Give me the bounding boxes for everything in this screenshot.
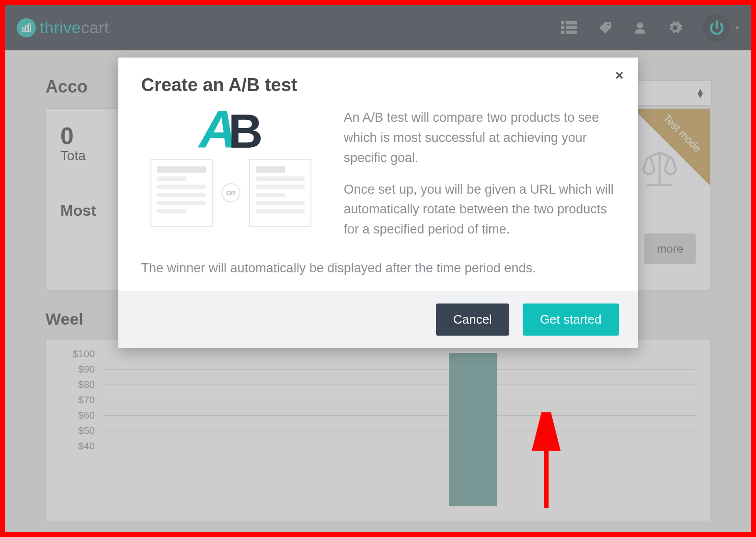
modal-overlay: × Create an A/B test A B OR — [5, 5, 751, 532]
modal-title: Create an A/B test — [141, 75, 615, 95]
modal-row: A B OR — [141, 108, 615, 251]
ab-graphic: A B OR — [141, 108, 321, 251]
doc-right-icon — [249, 159, 311, 227]
close-icon[interactable]: × — [615, 67, 624, 83]
two-docs-graphic: OR — [150, 159, 311, 227]
modal-footer: Cancel Get started — [118, 291, 638, 348]
ab-test-modal: × Create an A/B test A B OR — [118, 58, 638, 348]
modal-body: × Create an A/B test A B OR — [118, 58, 638, 291]
modal-paragraph-3: The winner will automatically be display… — [141, 261, 615, 276]
modal-paragraph-2: Once set up, you will be given a URL whi… — [344, 180, 615, 240]
ab-logo: A B — [199, 108, 263, 150]
modal-paragraph-1: An A/B test will compare two products to… — [344, 108, 615, 168]
doc-left-icon — [150, 159, 213, 227]
modal-copy: An A/B test will compare two products to… — [344, 108, 615, 251]
cancel-button[interactable]: Cancel — [436, 304, 509, 336]
letter-b-icon: B — [229, 112, 263, 150]
app-viewport: thrivecart ▾ Acco — [5, 5, 751, 532]
get-started-button[interactable]: Get started — [523, 304, 619, 336]
or-badge: OR — [221, 183, 241, 202]
